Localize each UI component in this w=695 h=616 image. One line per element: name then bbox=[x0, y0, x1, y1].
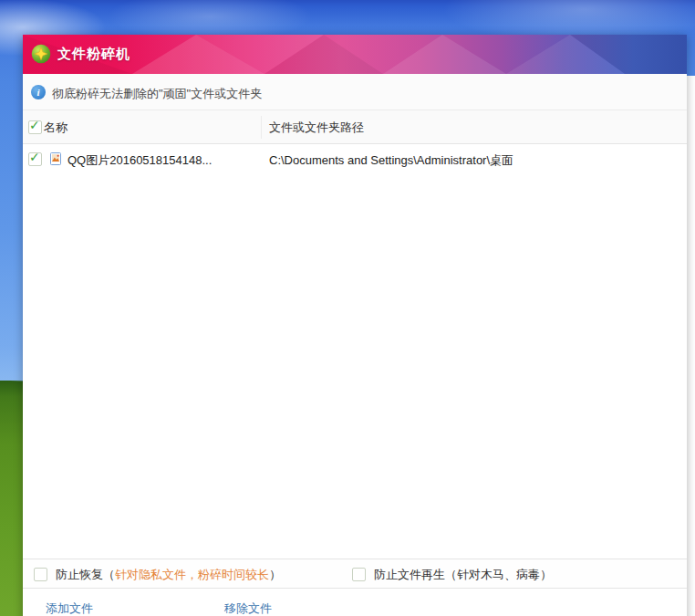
info-bar: i 彻底粉碎无法删除的"顽固"文件或文件夹 bbox=[23, 74, 687, 110]
titlebar[interactable]: 文件粉碎机 bbox=[23, 35, 687, 74]
column-header-name[interactable]: 名称 bbox=[44, 120, 67, 136]
prevent-recovery-label-suffix: ） bbox=[269, 568, 281, 581]
prevent-recovery-label-highlight: 针对隐私文件，粉碎时间较长 bbox=[115, 568, 269, 581]
check-icon: ✓ bbox=[29, 151, 40, 164]
image-file-icon bbox=[48, 151, 63, 166]
file-shredder-window: 文件粉碎机 i 彻底粉碎无法删除的"顽固"文件或文件夹 ✓ 名称 文件或文件夹路… bbox=[23, 35, 687, 616]
prevent-recovery-checkbox[interactable] bbox=[34, 568, 47, 581]
remove-file-link[interactable]: 移除文件 bbox=[224, 600, 272, 616]
prevent-regen-option[interactable]: 防止文件再生（针对木马、病毒） bbox=[352, 559, 552, 590]
window-title: 文件粉碎机 bbox=[57, 46, 130, 63]
column-header-path[interactable]: 文件或文件夹路径 bbox=[269, 120, 364, 136]
prevent-regen-checkbox[interactable] bbox=[352, 568, 366, 581]
links-bar: 添加文件 移除文件 bbox=[23, 600, 687, 616]
table-header: ✓ 名称 文件或文件夹路径 bbox=[23, 110, 687, 144]
add-file-link[interactable]: 添加文件 bbox=[46, 600, 93, 616]
prevent-recovery-label: 防止恢复（针对隐私文件，粉碎时间较长） bbox=[56, 567, 281, 583]
select-all-checkbox[interactable]: ✓ bbox=[28, 120, 42, 134]
screen: 文件粉碎机 i 彻底粉碎无法删除的"顽固"文件或文件夹 ✓ 名称 文件或文件夹路… bbox=[0, 0, 695, 616]
prevent-regen-label: 防止文件再生（针对木马、病毒） bbox=[374, 567, 552, 583]
file-name: QQ图片20160518154148... bbox=[67, 152, 212, 169]
column-divider bbox=[261, 116, 262, 139]
check-icon: ✓ bbox=[29, 119, 40, 132]
prevent-recovery-label-prefix: 防止恢复（ bbox=[56, 568, 115, 581]
prevent-recovery-option[interactable]: 防止恢复（针对隐私文件，粉碎时间较长） bbox=[34, 559, 281, 590]
app-logo-icon bbox=[31, 44, 51, 64]
file-path: C:\Documents and Settings\Administrator\… bbox=[269, 152, 513, 169]
background-window-edge bbox=[687, 76, 695, 616]
info-icon: i bbox=[31, 85, 46, 99]
options-bar: 防止恢复（针对隐私文件，粉碎时间较长） 防止文件再生（针对木马、病毒） bbox=[23, 559, 687, 589]
info-text: 彻底粉碎无法删除的"顽固"文件或文件夹 bbox=[52, 86, 262, 102]
table-row[interactable]: ✓ QQ图片20160518154148... C:\Documents and… bbox=[23, 144, 687, 174]
row-checkbox[interactable]: ✓ bbox=[28, 152, 42, 166]
